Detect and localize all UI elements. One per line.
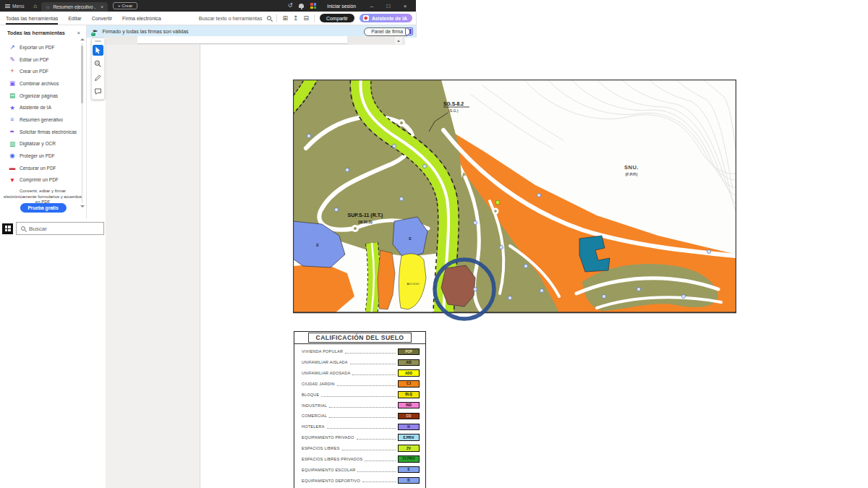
parcel-label: E — [409, 236, 412, 241]
toolbar-tab[interactable]: Firma electrónica — [122, 12, 161, 25]
window-edge — [416, 12, 417, 38]
search-icon[interactable] — [267, 16, 271, 20]
maximize-button[interactable]: □ — [383, 3, 393, 9]
tool-icon: ▤ — [9, 93, 16, 99]
tool-list-item[interactable]: ▥ Digitalizar y OCR — [0, 138, 85, 150]
panel-title: Todas las herramientas — [7, 30, 65, 36]
tab-close-icon[interactable]: × — [101, 4, 103, 9]
home-icon[interactable]: ⌂ — [29, 3, 41, 9]
hamburger-icon — [5, 4, 10, 8]
panel-close-icon[interactable]: × — [77, 30, 80, 36]
scrollbar-up-button[interactable] — [395, 37, 402, 44]
star-icon[interactable]: ☆ — [46, 4, 50, 10]
legend-swatch: H — [398, 424, 420, 431]
legend-label: VIVIENDA POPULAR — [302, 349, 343, 354]
ai-assistant-icon — [363, 15, 369, 21]
legend-label: CIUDAD JARDIN — [302, 382, 335, 386]
signature-panel-button[interactable]: Panel de firma — [364, 27, 410, 36]
tool-icon: ◉ — [9, 153, 16, 159]
tool-list-item[interactable]: ▼ Comprimir un PDF — [0, 174, 85, 187]
legend-label: COMERCIAL — [302, 414, 327, 418]
legend-leader-dots — [327, 428, 396, 429]
tool-list-item[interactable]: + Crear un PDF — [0, 65, 85, 77]
sup-sublabel: (M.30.D) — [358, 220, 373, 224]
drag-handle[interactable] — [95, 40, 101, 42]
select-tool-button[interactable] — [93, 45, 103, 56]
tool-icon: ↗ — [9, 44, 16, 51]
search-tools-label[interactable]: Buscar texto o herramientas — [199, 16, 263, 21]
scroll-down-icon[interactable] — [80, 205, 85, 207]
signature-pen-icon: ✒ ✓ — [93, 28, 98, 35]
apps-grid-icon[interactable] — [310, 3, 316, 9]
tool-list-item[interactable]: ≡ Resumen generativo — [0, 114, 85, 126]
tool-list-item[interactable]: ▣ Combinar archivos — [0, 77, 85, 90]
zoom-tool-button[interactable] — [93, 59, 103, 69]
legend-swatch: D — [398, 477, 420, 484]
sup-label: SUP.S-11 (R.T.) — [348, 213, 383, 218]
legend-items: VIVIENDA POPULAR POP UNIFAMILIAR AISLADA… — [294, 344, 425, 488]
toolbar-tab[interactable]: Editar — [68, 12, 81, 25]
legend-leader-dots — [345, 353, 396, 354]
side-panel-toggle-icon[interactable] — [405, 27, 413, 35]
legend-leader-dots — [362, 481, 396, 482]
main-toolbar: Todas las herramientas Editar Convertir … — [0, 12, 416, 25]
legend-row: ESPACIOS LIBRES ZV — [302, 443, 420, 454]
legend-leader-dots — [365, 461, 396, 461]
legend-label: EQUIPAMIENTO PRIVADO — [302, 435, 354, 440]
signature-status-text: Firmado y todas las firmas son válidas — [103, 29, 189, 34]
comment-tool-button[interactable] — [93, 86, 103, 97]
share-upload-icon[interactable]: ↥ — [293, 15, 299, 22]
ai-assistant-button[interactable]: Asistente de IA — [359, 14, 412, 22]
sign-tool-button[interactable] — [93, 72, 103, 83]
tool-list-item[interactable]: ✎ Editar un PDF — [0, 53, 85, 66]
pencil-icon — [94, 74, 102, 82]
history-icon[interactable]: ↺ — [288, 3, 293, 9]
tool-icon: ✒ — [9, 129, 16, 135]
ai-assistant-label: Asistente de IA — [372, 16, 407, 21]
tool-list-item[interactable]: ✒ Solicitar firmas electrónicas — [0, 126, 85, 138]
windows-start-button[interactable] — [2, 223, 13, 234]
windows-taskbar: Buscar — [0, 221, 106, 236]
zoning-map: E E ADO 6.DO SUP.S-11 (R.T.) (M.30.D) SN… — [293, 80, 736, 329]
tool-list-item[interactable]: ◉ Proteger un PDF — [0, 150, 85, 162]
print-icon[interactable]: ⊟ — [304, 15, 310, 22]
create-tab-button[interactable]: + Crear — [113, 2, 137, 9]
legend-row: ESPACIOS LIBRES PRIVADOS ZV.PRIV — [302, 453, 420, 464]
tool-list-item[interactable]: ↗ Exportar un PDF — [0, 41, 85, 53]
tool-list-item[interactable]: ▬ Censurar un PDF — [0, 162, 85, 174]
legend-label: HOTELERA — [302, 424, 325, 429]
tool-icon: ▣ — [9, 80, 16, 87]
legend-swatch: E — [398, 466, 420, 474]
tool-icon: ≡ — [9, 116, 16, 123]
document-tab[interactable]: ☆ Resumen ejecutivo ... × — [41, 2, 108, 12]
menu-button[interactable]: Menú — [0, 0, 29, 12]
scroll-up-icon[interactable] — [80, 38, 85, 40]
quick-tools-bar — [91, 38, 105, 100]
legend-box: CALIFICACIÓN DEL SUELO VIVIENDA POPULAR … — [294, 331, 426, 488]
close-button[interactable]: × — [400, 3, 410, 9]
legend-leader-dots — [350, 364, 396, 364]
toolbar-tab[interactable]: Convertir — [92, 12, 112, 25]
legend-leader-dots — [357, 439, 396, 440]
legend-leader-dots — [329, 417, 396, 418]
free-trial-button[interactable]: Prueba gratis — [20, 203, 66, 213]
pages-icon[interactable]: ⊞ — [282, 15, 288, 22]
legend-row: COMERCIAL CO — [302, 411, 420, 421]
tool-list-item[interactable]: ▤ Organizar páginas — [0, 90, 85, 102]
toolbar-tab[interactable]: Todas las herramientas — [6, 12, 58, 25]
menu-label: Menú — [12, 4, 24, 9]
notifications-icon[interactable] — [299, 4, 304, 8]
minimize-button[interactable]: – — [367, 3, 377, 9]
tool-label: Proteger un PDF — [20, 153, 55, 158]
sign-in-button[interactable]: Iniciar sesión — [327, 4, 356, 9]
tool-list-item[interactable]: ★ Asistente de IA — [0, 101, 85, 114]
legend-leader-dots — [342, 450, 396, 450]
tool-icon: ★ — [9, 105, 16, 111]
share-button[interactable]: Compartir — [320, 14, 354, 22]
all-tools-panel: Todas las herramientas × ↗ Exportar un P… — [0, 25, 87, 218]
panel-scrollbar[interactable] — [81, 43, 83, 203]
legend-label: INDUSTRIAL — [302, 403, 327, 408]
taskbar-search-box[interactable]: Buscar — [16, 222, 104, 235]
legend-leader-dots — [337, 385, 396, 386]
tool-label: Crear un PDF — [20, 69, 48, 74]
